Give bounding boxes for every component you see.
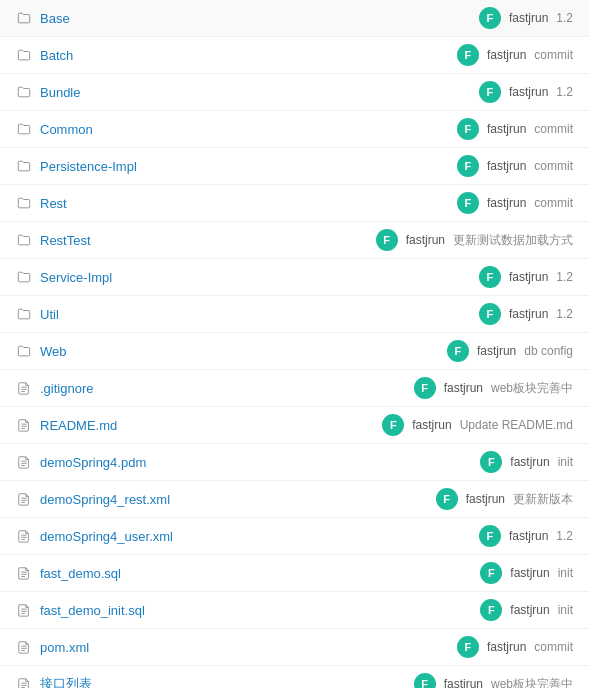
commit-section: Ffastjruncommit: [457, 118, 573, 140]
folder-icon: [16, 196, 32, 210]
table-row[interactable]: demoSpring4.pdmFfastjruninit: [0, 444, 589, 481]
file-name[interactable]: Common: [40, 122, 457, 137]
commit-section: Ffastjrunweb板块完善中: [414, 673, 573, 688]
table-row[interactable]: Service-ImplFfastjrun1.2: [0, 259, 589, 296]
avatar: F: [479, 81, 501, 103]
file-list: BaseFfastjrun1.2 BatchFfastjruncommit Bu…: [0, 0, 589, 688]
table-row[interactable]: .gitignoreFfastjrunweb板块完善中: [0, 370, 589, 407]
file-icon: [16, 677, 32, 688]
commit-message: commit: [534, 48, 573, 62]
avatar: F: [382, 414, 404, 436]
table-row[interactable]: WebFfastjrundb config: [0, 333, 589, 370]
file-name[interactable]: Batch: [40, 48, 457, 63]
avatar: F: [457, 192, 479, 214]
table-row[interactable]: fast_demo_init.sqlFfastjruninit: [0, 592, 589, 629]
file-name[interactable]: demoSpring4.pdm: [40, 455, 480, 470]
commit-section: Ffastjrun更新新版本: [436, 488, 573, 510]
file-name[interactable]: fast_demo_init.sql: [40, 603, 480, 618]
avatar: F: [479, 303, 501, 325]
commit-author: fastjrun: [487, 159, 526, 173]
file-name[interactable]: Base: [40, 11, 479, 26]
commit-message: init: [558, 455, 573, 469]
commit-message: 1.2: [556, 270, 573, 284]
commit-author: fastjrun: [510, 603, 549, 617]
file-name[interactable]: demoSpring4_user.xml: [40, 529, 479, 544]
commit-author: fastjrun: [487, 640, 526, 654]
table-row[interactable]: 接口列表Ffastjrunweb板块完善中: [0, 666, 589, 688]
file-name[interactable]: demoSpring4_rest.xml: [40, 492, 436, 507]
commit-message: commit: [534, 196, 573, 210]
commit-author: fastjrun: [510, 566, 549, 580]
avatar: F: [480, 599, 502, 621]
file-name[interactable]: 接口列表: [40, 675, 414, 688]
table-row[interactable]: RestFfastjruncommit: [0, 185, 589, 222]
commit-author: fastjrun: [509, 307, 548, 321]
commit-message: commit: [534, 159, 573, 173]
folder-icon: [16, 344, 32, 358]
commit-section: Ffastjrundb config: [447, 340, 573, 362]
avatar: F: [457, 636, 479, 658]
avatar: F: [457, 44, 479, 66]
file-name[interactable]: fast_demo.sql: [40, 566, 480, 581]
folder-icon: [16, 270, 32, 284]
file-name[interactable]: Rest: [40, 196, 457, 211]
commit-section: Ffastjruninit: [480, 562, 573, 584]
commit-section: Ffastjrun1.2: [479, 81, 573, 103]
commit-message: commit: [534, 640, 573, 654]
commit-message: 1.2: [556, 307, 573, 321]
commit-message: 1.2: [556, 11, 573, 25]
commit-author: fastjrun: [509, 11, 548, 25]
file-icon: [16, 455, 32, 469]
commit-author: fastjrun: [406, 233, 445, 247]
file-name[interactable]: Persistence-Impl: [40, 159, 457, 174]
file-name[interactable]: README.md: [40, 418, 382, 433]
avatar: F: [414, 673, 436, 688]
table-row[interactable]: pom.xmlFfastjruncommit: [0, 629, 589, 666]
table-row[interactable]: CommonFfastjruncommit: [0, 111, 589, 148]
folder-icon: [16, 48, 32, 62]
avatar: F: [376, 229, 398, 251]
file-icon: [16, 492, 32, 506]
commit-author: fastjrun: [412, 418, 451, 432]
commit-author: fastjrun: [487, 122, 526, 136]
avatar: F: [479, 266, 501, 288]
table-row[interactable]: BaseFfastjrun1.2: [0, 0, 589, 37]
table-row[interactable]: demoSpring4_user.xmlFfastjrun1.2: [0, 518, 589, 555]
commit-section: Ffastjrun1.2: [479, 303, 573, 325]
file-name[interactable]: pom.xml: [40, 640, 457, 655]
file-name[interactable]: .gitignore: [40, 381, 414, 396]
commit-message: web板块完善中: [491, 676, 573, 689]
commit-message: Update README.md: [460, 418, 573, 432]
commit-author: fastjrun: [466, 492, 505, 506]
file-name[interactable]: Util: [40, 307, 479, 322]
folder-icon: [16, 11, 32, 25]
commit-message: 更新测试数据加载方式: [453, 232, 573, 249]
table-row[interactable]: RestTestFfastjrun更新测试数据加载方式: [0, 222, 589, 259]
avatar: F: [480, 451, 502, 473]
commit-section: Ffastjrun1.2: [479, 525, 573, 547]
table-row[interactable]: demoSpring4_rest.xmlFfastjrun更新新版本: [0, 481, 589, 518]
file-icon: [16, 640, 32, 654]
file-name[interactable]: RestTest: [40, 233, 376, 248]
folder-icon: [16, 85, 32, 99]
table-row[interactable]: BatchFfastjruncommit: [0, 37, 589, 74]
commit-message: init: [558, 603, 573, 617]
table-row[interactable]: README.mdFfastjrunUpdate README.md: [0, 407, 589, 444]
file-name[interactable]: Bundle: [40, 85, 479, 100]
commit-section: FfastjrunUpdate README.md: [382, 414, 573, 436]
file-name[interactable]: Web: [40, 344, 447, 359]
table-row[interactable]: BundleFfastjrun1.2: [0, 74, 589, 111]
folder-icon: [16, 122, 32, 136]
file-name[interactable]: Service-Impl: [40, 270, 479, 285]
commit-author: fastjrun: [510, 455, 549, 469]
table-row[interactable]: fast_demo.sqlFfastjruninit: [0, 555, 589, 592]
commit-message: db config: [524, 344, 573, 358]
avatar: F: [436, 488, 458, 510]
commit-section: Ffastjrunweb板块完善中: [414, 377, 573, 399]
table-row[interactable]: Persistence-ImplFfastjruncommit: [0, 148, 589, 185]
commit-author: fastjrun: [444, 381, 483, 395]
commit-author: fastjrun: [509, 529, 548, 543]
file-icon: [16, 566, 32, 580]
commit-section: Ffastjruninit: [480, 599, 573, 621]
table-row[interactable]: UtilFfastjrun1.2: [0, 296, 589, 333]
